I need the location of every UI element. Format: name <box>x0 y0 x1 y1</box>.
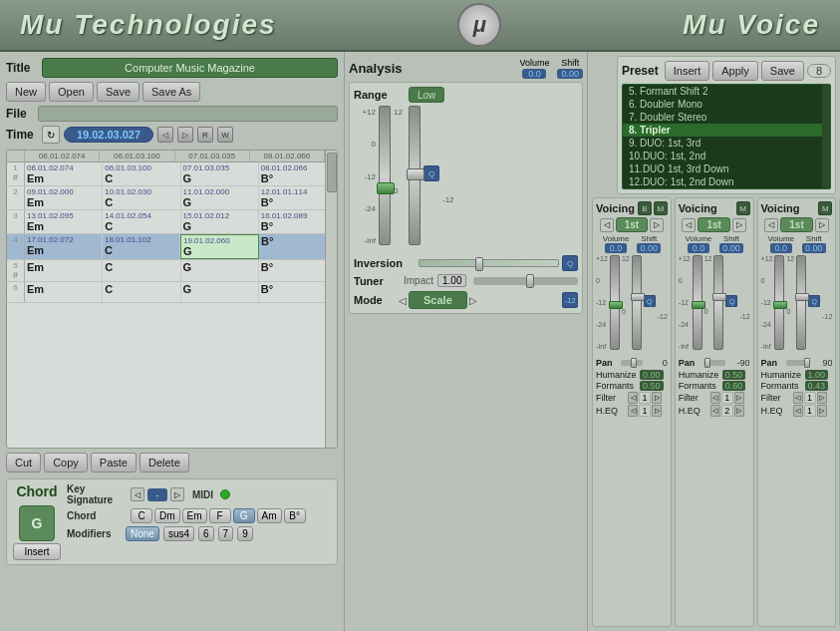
voicing-2-vol-val[interactable]: 0.0 <box>688 243 709 253</box>
v2-formants-val[interactable]: 0.60 <box>722 381 746 391</box>
sheet-row-5[interactable]: 5 # Em C G B° <box>7 260 337 282</box>
v3-shift-track[interactable] <box>796 255 806 350</box>
sheet-cell-1-3[interactable]: 07.01.03.035 G <box>181 162 259 185</box>
preset-save-btn[interactable]: Save <box>761 61 804 81</box>
inversion-thumb[interactable] <box>475 257 483 271</box>
chord-key-Am[interactable]: Am <box>257 508 282 523</box>
inversion-slider[interactable] <box>419 259 559 267</box>
shift-fader-thumb[interactable] <box>407 168 424 180</box>
analysis-shift-value[interactable]: 0.00 <box>557 69 583 79</box>
paste-button[interactable]: Paste <box>91 453 137 473</box>
impact-thumb[interactable] <box>526 274 534 288</box>
v3-heq-next[interactable]: ▷ <box>817 405 827 417</box>
preset-item-6[interactable]: 6. Doubler Mono <box>623 98 830 111</box>
v2-main-thumb[interactable] <box>692 301 705 309</box>
voicing-3-vol-val[interactable]: 0.0 <box>770 243 792 253</box>
mode-box[interactable]: -12 <box>562 292 578 308</box>
impact-value[interactable]: 1.00 <box>437 274 466 287</box>
v1-main-thumb[interactable] <box>609 301 623 309</box>
voicing-2-shift-val[interactable]: 0.00 <box>719 243 743 253</box>
sheet-cell-3-2[interactable]: 14.01.02.054 C <box>103 210 180 233</box>
sheet-scrollbar[interactable] <box>325 151 337 448</box>
v2-heq-prev[interactable]: ◁ <box>710 405 720 417</box>
v1-main-track[interactable] <box>610 255 620 350</box>
v3-pan-thumb[interactable] <box>804 358 810 368</box>
fader-reset-btn[interactable]: Q <box>423 165 439 181</box>
chord-key-Dm[interactable]: Dm <box>154 508 180 523</box>
voicing-2-value[interactable]: 1st <box>698 217 729 232</box>
v3-main-thumb[interactable] <box>773 301 787 309</box>
v1-formants-val[interactable]: 0.50 <box>640 381 664 391</box>
sheet-cell-1-1[interactable]: 06.01.02.074 Em <box>25 162 103 185</box>
mod-7[interactable]: 7 <box>218 526 234 541</box>
range-button[interactable]: Low <box>409 87 444 103</box>
chord-insert-button[interactable]: Insert <box>13 543 61 560</box>
v2-heq-next[interactable]: ▷ <box>734 405 744 417</box>
key-sig-prev[interactable]: ◁ <box>131 487 144 501</box>
voicing-3-prev[interactable]: ◁ <box>764 218 778 232</box>
inversion-box[interactable]: Q <box>562 255 578 271</box>
v3-main-track[interactable] <box>774 255 784 350</box>
sheet-cell-3-3[interactable]: 15.01.02.012 G <box>181 210 259 233</box>
time-nav-icon[interactable]: ↻ <box>42 126 60 144</box>
chord-key-G[interactable]: G <box>233 508 255 523</box>
v1-shift-thumb[interactable] <box>631 293 645 301</box>
sheet-cell-3-1[interactable]: 13.01.02.095 Em <box>25 210 103 233</box>
sheet-cell-4-1[interactable]: 17.01.02.072 Em <box>25 234 103 259</box>
mod-6[interactable]: 6 <box>198 526 214 541</box>
key-sig-next[interactable]: ▷ <box>170 487 184 501</box>
v2-main-track[interactable] <box>693 255 702 350</box>
sheet-row-1[interactable]: 1 # 06.01.02.074 Em 06.01.03.100 C 07.01… <box>7 162 337 186</box>
mod-sus4[interactable]: sus4 <box>163 526 194 541</box>
save-as-button[interactable]: Save As <box>142 82 200 102</box>
analysis-volume-value[interactable]: 0.0 <box>522 69 546 79</box>
mod-none[interactable]: None <box>126 526 159 541</box>
voicing-1-icon-M[interactable]: M <box>654 201 668 215</box>
chord-key-F[interactable]: F <box>209 508 231 523</box>
chord-key-Em[interactable]: Em <box>182 508 207 523</box>
sheet-cell-4-2[interactable]: 18.01.01.102 C <box>103 234 180 259</box>
delete-button[interactable]: Delete <box>140 453 189 473</box>
scrollbar-thumb[interactable] <box>327 153 337 192</box>
v2-shift-track[interactable] <box>713 255 723 350</box>
preset-insert-btn[interactable]: Insert <box>665 61 710 81</box>
v2-pan-slider[interactable] <box>703 360 725 366</box>
copy-button[interactable]: Copy <box>44 453 88 473</box>
voicing-1-vol-val[interactable]: 0.0 <box>605 243 627 253</box>
preset-scrollbar[interactable] <box>822 85 830 188</box>
main-fader-thumb[interactable] <box>377 182 395 194</box>
sheet-row-6[interactable]: 6 Em C G B° <box>7 282 337 303</box>
sheet-cell-2-3[interactable]: 11.01.02.000 G <box>181 186 259 209</box>
mode-value-button[interactable]: Scale <box>409 291 467 309</box>
preset-item-8[interactable]: 8. Tripler <box>623 124 830 137</box>
chord-key-C[interactable]: C <box>131 508 152 523</box>
sheet-row-4[interactable]: 4 17.01.02.072 Em 18.01.01.102 C 19.01.0… <box>7 234 337 260</box>
v2-humanize-val[interactable]: 0.50 <box>722 370 746 380</box>
impact-slider[interactable] <box>473 277 578 285</box>
v1-reset-box[interactable]: Q <box>644 295 656 307</box>
file-input[interactable] <box>38 106 338 122</box>
v1-pan-slider[interactable] <box>621 360 643 366</box>
voicing-2-prev[interactable]: ◁ <box>682 218 696 232</box>
sheet-cell-2-1[interactable]: 09.01.02.000 Em <box>25 186 103 209</box>
voicing-3-icon-M[interactable]: M <box>818 201 832 215</box>
voicing-1-value[interactable]: 1st <box>616 217 648 232</box>
v3-filter-next[interactable]: ▷ <box>817 392 827 404</box>
preset-item-12[interactable]: 12.DUO: 1st, 2nd Down <box>623 175 830 188</box>
cut-button[interactable]: Cut <box>6 453 41 473</box>
v1-humanize-val[interactable]: 0.00 <box>640 370 664 380</box>
v2-pan-thumb[interactable] <box>704 358 710 368</box>
preset-item-10[interactable]: 10.DUO: 1st, 2nd <box>623 150 830 162</box>
v3-pan-slider[interactable] <box>786 360 808 366</box>
chord-key-B0[interactable]: B° <box>284 508 306 523</box>
mod-9[interactable]: 9 <box>237 526 253 541</box>
voicing-3-next[interactable]: ▷ <box>815 218 829 232</box>
v2-filter-next[interactable]: ▷ <box>734 392 744 404</box>
time-btn-rewind[interactable]: ◁ <box>157 127 173 143</box>
sheet-cell-5-2[interactable]: C <box>103 260 180 281</box>
v3-shift-thumb[interactable] <box>795 293 809 301</box>
save-button[interactable]: Save <box>97 82 140 102</box>
v1-heq-next[interactable]: ▷ <box>652 405 662 417</box>
v1-pan-thumb[interactable] <box>631 358 637 368</box>
time-btn-w[interactable]: W <box>217 127 233 143</box>
